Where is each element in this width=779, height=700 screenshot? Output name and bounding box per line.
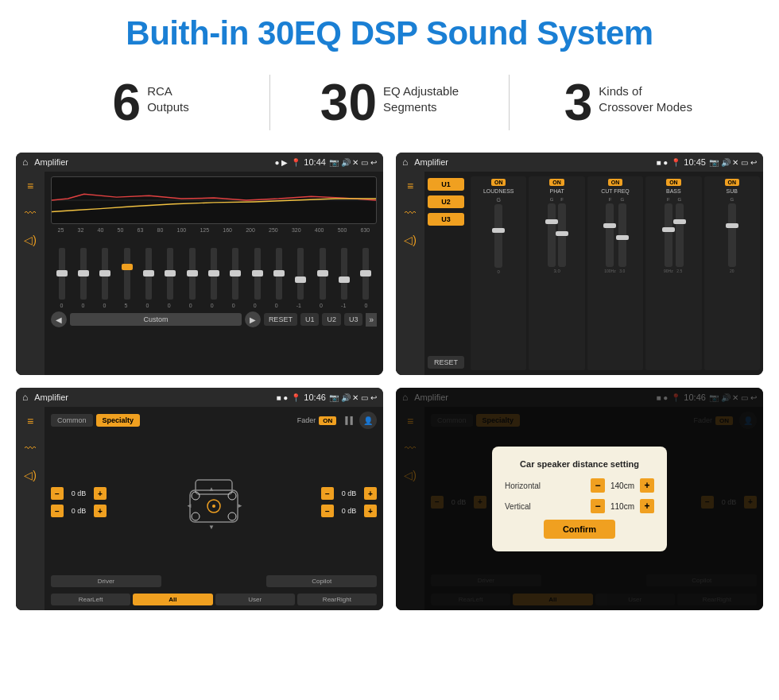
- sub-label: SUB: [727, 188, 738, 194]
- eq-slider-0[interactable]: [59, 248, 65, 300]
- eq-slider-3[interactable]: [124, 248, 130, 300]
- bottom-row-1: Driver Copilot: [51, 575, 377, 587]
- eq-reset-button[interactable]: RESET: [264, 313, 297, 326]
- home-icon-1[interactable]: ⌂: [22, 157, 28, 168]
- ctl-content: Common Specialty Fader ON ▐▐ 👤 − 0 dB: [45, 407, 383, 610]
- wave-icon-1[interactable]: 〰: [25, 207, 36, 219]
- screen-ctl: ⌂ Amplifier ■ ● 📍 10:46 📷 🔊 ✕ ▭ ↩ ≡ 〰 ◁)…: [16, 388, 383, 610]
- stat-rca-number: 6: [113, 77, 141, 128]
- vertical-plus-button[interactable]: +: [640, 499, 654, 513]
- horizontal-minus-button[interactable]: −: [591, 478, 605, 493]
- tab-common-3[interactable]: Common: [51, 414, 93, 427]
- plus-rl[interactable]: +: [94, 505, 107, 517]
- dialog-vertical-control: − 110cm +: [591, 499, 654, 513]
- eq-preset-label: Custom: [70, 313, 242, 326]
- plus-fr[interactable]: +: [364, 487, 377, 500]
- location-icon-2: 📍: [671, 158, 680, 167]
- amp-reset-btn[interactable]: RESET: [428, 356, 464, 369]
- home-icon-3[interactable]: ⌂: [22, 392, 28, 403]
- stat-crossover: 3 Kinds of Crossover Modes: [525, 77, 731, 128]
- eq-slider-4[interactable]: [145, 248, 152, 300]
- stats-row: 6 RCA Outputs 30 EQ Adjustable Segments …: [0, 60, 779, 145]
- horizontal-value: 140cm: [608, 481, 637, 490]
- u1-btn[interactable]: U1: [428, 178, 464, 191]
- minus-rr[interactable]: −: [321, 505, 334, 517]
- speaker-icon-1[interactable]: ◁): [24, 234, 37, 246]
- speaker-icon-3[interactable]: ◁): [24, 469, 37, 481]
- eq-graph: [51, 176, 377, 224]
- fader-bars: ▐▐: [343, 416, 353, 424]
- eq-slider-7[interactable]: [211, 248, 217, 300]
- eq-slider-9[interactable]: [254, 248, 261, 300]
- eq-icon-3[interactable]: ≡: [27, 415, 33, 427]
- rearright-btn[interactable]: RearRight: [297, 594, 377, 605]
- eq-slider-5[interactable]: [167, 248, 173, 300]
- vertical-value: 110cm: [608, 502, 637, 511]
- all-btn[interactable]: All: [133, 594, 212, 605]
- loudness-label: LOUDNESS: [483, 188, 514, 194]
- svg-text:►: ►: [237, 502, 243, 509]
- page-header: Buith-in 30EQ DSP Sound System: [0, 0, 779, 60]
- confirm-button[interactable]: Confirm: [544, 520, 615, 539]
- eq-buttons: ◀ Custom ▶ RESET U1 U2 U3 »: [51, 311, 377, 327]
- eq-slider-10[interactable]: [276, 248, 282, 300]
- eq-slider-6[interactable]: [189, 248, 196, 300]
- eq-slider-14[interactable]: [362, 248, 369, 300]
- amp-preset-col: U1 U2 U3 RESET: [424, 172, 467, 375]
- horizontal-plus-button[interactable]: +: [640, 478, 654, 493]
- driver-btn[interactable]: Driver: [51, 575, 161, 587]
- speaker-icon-2[interactable]: ◁): [404, 234, 417, 246]
- vol-rl-value: 0 dB: [67, 507, 91, 515]
- dialog-horizontal-control: − 140cm +: [591, 478, 654, 493]
- vol-fr-value: 0 dB: [337, 489, 361, 497]
- copilot-btn[interactable]: Copilot: [266, 575, 377, 587]
- eq-next-button[interactable]: ▶: [245, 311, 261, 327]
- eq-sliders: [51, 236, 377, 300]
- dot-icons-3: ■ ●: [276, 393, 288, 402]
- status-icons-2: 📷 🔊 ✕ ▭ ↩: [709, 158, 757, 167]
- eq-u1-button[interactable]: U1: [300, 313, 320, 326]
- wave-icon-2[interactable]: 〰: [405, 207, 416, 219]
- screen1-time: 10:44: [304, 157, 326, 167]
- eq-slider-13[interactable]: [341, 248, 347, 300]
- u2-btn[interactable]: U2: [428, 195, 464, 208]
- eq-slider-11[interactable]: [297, 248, 304, 300]
- rearleft-btn[interactable]: RearLeft: [51, 594, 130, 605]
- eq-content: 2532405063 80100125160200 25032040050063…: [45, 172, 383, 375]
- tab-row-3: Common Specialty Fader ON ▐▐ 👤: [51, 412, 377, 429]
- screens-grid: ⌂ Amplifier ● ▶ 📍 10:44 📷 🔊 ✕ ▭ ↩ ≡ 〰 ◁): [0, 145, 779, 626]
- eq-u2-button[interactable]: U2: [322, 313, 341, 326]
- minus-fl[interactable]: −: [51, 487, 64, 500]
- status-bar-3: ⌂ Amplifier ■ ● 📍 10:46 📷 🔊 ✕ ▭ ↩: [16, 388, 383, 407]
- status-icons-3: 📷 🔊 ✕ ▭ ↩: [329, 393, 377, 402]
- car-diagram-svg: ▲ ▼ ◄ ►: [178, 470, 250, 534]
- eq-u3-button[interactable]: U3: [344, 313, 363, 326]
- eq-freq-labels: 2532405063 80100125160200 25032040050063…: [51, 227, 377, 233]
- tab-specialty-3[interactable]: Specialty: [96, 414, 141, 427]
- stat-rca-text: RCA Outputs: [147, 77, 189, 114]
- sub-on: ON: [725, 179, 740, 186]
- user-btn[interactable]: User: [215, 594, 295, 605]
- vertical-minus-button[interactable]: −: [591, 499, 605, 513]
- u3-btn[interactable]: U3: [428, 213, 464, 226]
- eq-slider-8[interactable]: [232, 248, 238, 300]
- plus-fl[interactable]: +: [94, 487, 107, 500]
- eq-icon-1[interactable]: ≡: [27, 180, 33, 192]
- screen2-title: Amplifier: [414, 157, 653, 167]
- eq-slider-1[interactable]: [80, 248, 87, 300]
- eq-slider-12[interactable]: [320, 248, 326, 300]
- wave-icon-3[interactable]: 〰: [25, 442, 36, 454]
- svg-point-4: [212, 505, 215, 508]
- eq-icon-2[interactable]: ≡: [407, 180, 413, 192]
- eq-prev-button[interactable]: ◀: [51, 311, 67, 327]
- eq-expand-button[interactable]: »: [366, 313, 377, 327]
- plus-rr[interactable]: +: [364, 505, 377, 517]
- minus-rl[interactable]: −: [51, 505, 64, 517]
- dialog-vertical-label: Vertical: [505, 502, 531, 511]
- eq-values: 00050 00000 0-10-10: [51, 303, 377, 308]
- dialog-title: Car speaker distance setting: [505, 459, 654, 469]
- home-icon-2[interactable]: ⌂: [402, 157, 408, 168]
- eq-slider-2[interactable]: [102, 248, 108, 300]
- minus-fr[interactable]: −: [321, 487, 334, 500]
- screen3-body: ≡ 〰 ◁) Common Specialty Fader ON ▐▐ 👤: [16, 407, 383, 610]
